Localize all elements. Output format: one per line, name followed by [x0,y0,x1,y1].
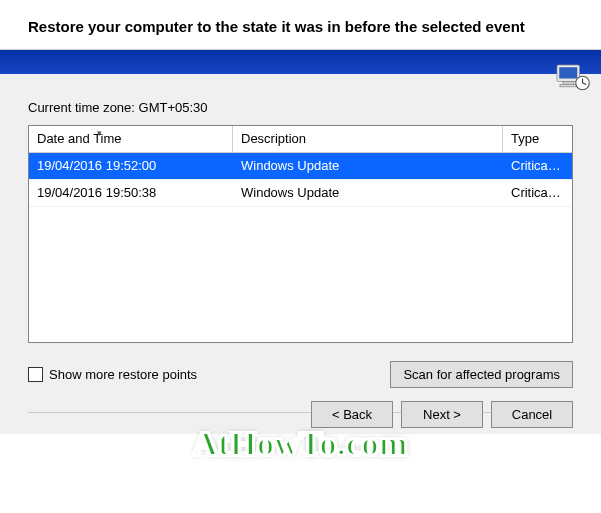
scan-affected-programs-button[interactable]: Scan for affected programs [390,361,573,388]
computer-clock-icon [553,62,591,92]
column-header-desc-label: Description [241,131,306,146]
next-button[interactable]: Next > [401,401,483,428]
dialog-title: Restore your computer to the state it wa… [28,18,573,35]
cell-date: 19/04/2016 19:50:38 [29,180,233,206]
column-header-date[interactable]: Date and Time ▾ [29,126,233,152]
wizard-nav-buttons: < Back Next > Cancel [311,401,573,428]
back-button[interactable]: < Back [311,401,393,428]
svg-rect-3 [560,85,577,87]
cell-type: Critical Update [503,153,572,179]
table-header-row: Date and Time ▾ Description Type [29,126,572,153]
cancel-button[interactable]: Cancel [491,401,573,428]
column-header-description[interactable]: Description [233,126,503,152]
checkbox-box-icon [28,367,43,382]
bottom-controls: Show more restore points Scan for affect… [28,361,573,388]
column-header-date-label: Date and Time [37,131,122,146]
dialog-body: Current time zone: GMT+05:30 Date and Ti… [0,74,601,434]
cell-type: Critical Update [503,180,572,206]
timezone-label: Current time zone: GMT+05:30 [28,100,573,115]
checkbox-label: Show more restore points [49,367,197,382]
restore-points-table[interactable]: Date and Time ▾ Description Type 19/04/2… [28,125,573,343]
show-more-restore-points-checkbox[interactable]: Show more restore points [28,367,197,382]
svg-rect-1 [559,67,577,78]
cell-date: 19/04/2016 19:52:00 [29,153,233,179]
column-header-type[interactable]: Type [503,126,572,152]
cell-description: Windows Update [233,180,503,206]
table-row[interactable]: 19/04/2016 19:52:00Windows UpdateCritica… [29,153,572,180]
sort-descending-icon: ▾ [97,128,102,138]
column-header-type-label: Type [511,131,539,146]
table-row[interactable]: 19/04/2016 19:50:38Windows UpdateCritica… [29,180,572,207]
dialog-header: Restore your computer to the state it wa… [0,0,601,50]
cell-description: Windows Update [233,153,503,179]
svg-rect-2 [563,82,574,85]
header-divider-band [0,50,601,74]
table-body: 19/04/2016 19:52:00Windows UpdateCritica… [29,153,572,342]
